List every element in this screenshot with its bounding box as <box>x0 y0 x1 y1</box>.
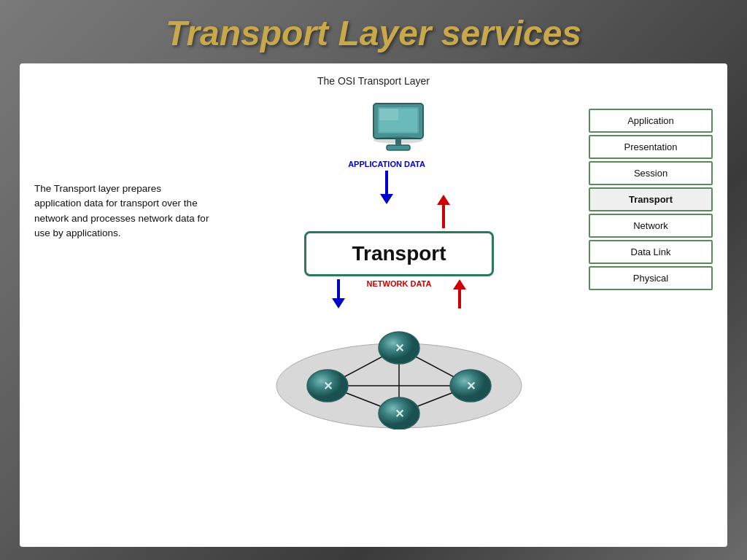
osi-layer-datalink: Data Link <box>589 240 713 264</box>
left-description: The Transport layer prepares application… <box>34 182 209 241</box>
arrows-bottom: NETWORK DATA <box>224 279 574 308</box>
arrow-stem-up2 <box>458 289 461 308</box>
arrow-head-up <box>437 195 450 205</box>
osi-layer-network: Network <box>589 214 713 238</box>
arrow-head-down <box>380 194 393 204</box>
network-data-label-group: NETWORK DATA <box>367 279 432 289</box>
osi-stack: Application Presentation Session Transpo… <box>589 109 713 292</box>
arrow-head-down2 <box>332 298 345 308</box>
diagram-body: The Transport layer prepares application… <box>34 94 713 537</box>
svg-text:✕: ✕ <box>466 380 476 392</box>
osi-layer-transport: Transport <box>589 187 713 211</box>
diagram-title: The OSI Transport Layer <box>34 75 713 87</box>
svg-rect-5 <box>387 145 410 150</box>
app-data-label: APPLICATION DATA <box>348 160 425 169</box>
svg-text:✕: ✕ <box>323 380 333 392</box>
svg-text:✕: ✕ <box>395 408 404 420</box>
osi-layer-presentation: Presentation <box>589 135 713 159</box>
network-svg: ✕ ✕ ✕ ✕ <box>268 313 530 429</box>
arrow-up-group <box>437 195 450 228</box>
arrow-down2-group <box>332 279 345 308</box>
arrow-stem-up <box>442 205 445 228</box>
transport-box: Transport <box>304 231 494 276</box>
osi-layer-physical: Physical <box>589 266 713 290</box>
transport-box-container: Transport <box>224 231 574 276</box>
computer-icon-container <box>224 100 574 158</box>
osi-layer-application: Application <box>589 109 713 133</box>
network-data-label: NETWORK DATA <box>367 279 432 288</box>
arrow-stem-down2 <box>337 279 340 298</box>
computer-icon <box>366 100 432 158</box>
svg-text:✕: ✕ <box>395 342 404 354</box>
page-title: Transport Layer services <box>0 0 747 63</box>
svg-point-6 <box>374 136 423 144</box>
arrow-down-group: APPLICATION DATA <box>348 160 425 204</box>
arrow-head-up2 <box>453 279 466 289</box>
content-area: The OSI Transport Layer The Transport la… <box>20 63 727 547</box>
arrow-up2-group <box>453 279 466 308</box>
svg-rect-3 <box>379 109 398 120</box>
arrow-stem-down <box>385 171 388 194</box>
network-cloud: ✕ ✕ ✕ ✕ <box>268 313 530 429</box>
osi-layer-session: Session <box>589 161 713 185</box>
arrows-top: APPLICATION DATA <box>224 160 574 228</box>
